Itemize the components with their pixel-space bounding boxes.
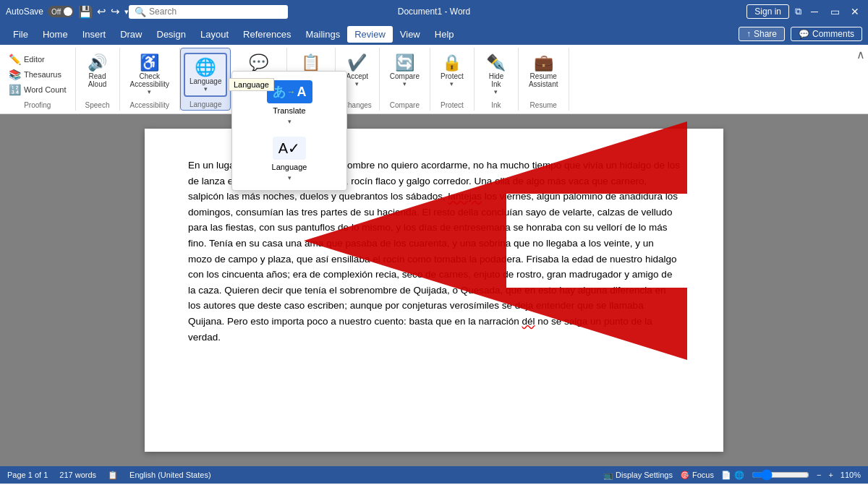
ribbon-collapse-button[interactable]: ∧ <box>856 48 865 61</box>
app-title: Document1 - Word <box>398 7 470 17</box>
status-right: 📺 Display Settings 🎯 Focus 📄 🌐 − + 110% <box>603 469 861 481</box>
spell-checked-word-1: lantejas <box>448 191 482 202</box>
title-bar-left: AutoSave Off 💾 ↩ ↪ ▾ <box>6 5 129 19</box>
compare-chevron: ▾ <box>403 80 407 87</box>
check-accessibility-button[interactable]: ♿ Check Accessibility ▾ <box>126 52 174 98</box>
hide-ink-button[interactable]: ✒️ Hide Ink ▾ <box>480 52 512 98</box>
word-count-info: 217 words <box>59 471 96 479</box>
protect-label: Protect <box>441 98 464 111</box>
language-tooltip: Language <box>229 78 274 91</box>
language-chevron: ▾ <box>204 85 208 93</box>
menu-view[interactable]: View <box>393 26 427 43</box>
ribbon-group-compare: 🔄 Compare ▾ Compare <box>380 48 430 111</box>
thesaurus-button[interactable]: 📚 Thesaurus <box>6 67 69 82</box>
compare-label: Compare <box>390 98 420 111</box>
undo-icon[interactable]: ↩ <box>97 5 106 18</box>
language-button[interactable]: 🌐 Language ▾ <box>184 53 228 97</box>
ribbon: ✏️ Editor 📚 Thesaurus 🔢 Word Count Proof… <box>0 45 868 114</box>
protect-icon: 🔒 <box>442 55 461 71</box>
language-pref-chevron: ▾ <box>288 174 292 181</box>
save-icon[interactable]: 💾 <box>78 5 93 19</box>
search-icon: 🔍 <box>135 7 146 17</box>
zoom-minus[interactable]: − <box>817 471 821 479</box>
menu-draw[interactable]: Draw <box>113 26 149 43</box>
title-bar-right: Sign in ⧉ ─ ▭ ✕ <box>746 4 862 19</box>
ribbon-group-ink: ✒️ Hide Ink ▾ Ink <box>475 48 519 111</box>
proofing-label: Proofing <box>24 98 51 111</box>
page-info: Page 1 of 1 <box>7 471 48 479</box>
print-view-icon[interactable]: 📄 <box>721 471 731 480</box>
editor-icon: ✏️ <box>9 53 21 65</box>
thesaurus-icon: 📚 <box>9 69 21 80</box>
autosave-toggle[interactable]: Off <box>48 6 74 17</box>
focus-button[interactable]: 🎯 Focus <box>680 471 714 480</box>
sign-in-button[interactable]: Sign in <box>746 4 789 19</box>
read-aloud-icon: 🔊 <box>88 55 107 71</box>
word-count-button[interactable]: 🔢 Word Count <box>6 82 69 97</box>
editor-button[interactable]: ✏️ Editor <box>6 52 69 66</box>
minimize-button[interactable]: ─ <box>807 4 822 19</box>
language-pref-label: Language <box>272 163 307 171</box>
display-settings-button[interactable]: 📺 Display Settings <box>603 471 673 480</box>
view-icons: 📄 🌐 <box>721 471 744 480</box>
zoom-slider[interactable] <box>752 469 809 481</box>
accessibility-chevron: ▾ <box>148 88 151 95</box>
ribbon-group-language: 🌐 Language ▾ Language <box>180 48 231 111</box>
language-pref-item[interactable]: A✓ Language ▾ <box>232 131 346 187</box>
menu-help[interactable]: Help <box>427 26 461 43</box>
menu-layout[interactable]: Layout <box>193 26 236 43</box>
web-view-icon[interactable]: 🌐 <box>734 471 744 480</box>
menu-insert[interactable]: Insert <box>75 26 114 43</box>
menu-review[interactable]: Review <box>347 26 393 43</box>
protect-button[interactable]: 🔒 Protect ▾ <box>436 52 468 90</box>
tracking-icon: 📋 <box>301 55 320 71</box>
resume-icon: 💼 <box>534 55 553 71</box>
ribbon-group-proofing: ✏️ Editor 📚 Thesaurus 🔢 Word Count Proof… <box>0 48 76 111</box>
resume-assistant-button[interactable]: 💼 Resume Assistant <box>524 52 563 91</box>
proofing-items: ✏️ Editor 📚 Thesaurus 🔢 Word Count <box>6 48 69 97</box>
autosave-label: AutoSave <box>6 7 43 17</box>
compare-button[interactable]: 🔄 Compare ▾ <box>386 52 424 90</box>
ink-buttons: ✒️ Hide Ink ▾ <box>480 48 512 98</box>
read-aloud-button[interactable]: 🔊 Read Aloud <box>82 52 114 91</box>
redo-icon[interactable]: ↪ <box>111 5 120 18</box>
menu-file[interactable]: File <box>6 26 35 43</box>
maximize-button[interactable]: ▭ <box>827 4 842 19</box>
translate-label: Translate <box>273 106 305 115</box>
resume-buttons: 💼 Resume Assistant <box>524 48 563 98</box>
share-button[interactable]: ↑ Share <box>739 27 785 41</box>
speech-label: Speech <box>85 98 110 111</box>
ink-label: Ink <box>491 98 501 111</box>
ribbon-group-protect: 🔒 Protect ▾ Protect <box>430 48 475 111</box>
ribbon-group-speech: 🔊 Read Aloud Speech <box>76 48 120 111</box>
translate-chevron: ▾ <box>288 118 292 125</box>
language-label: Language <box>190 98 222 110</box>
resume-label: Resume <box>530 98 557 111</box>
comments-ribbon-icon: 💬 <box>249 55 268 71</box>
restore-icon[interactable]: ⧉ <box>795 6 801 17</box>
menu-bar: File Home Insert Draw Design Layout Refe… <box>0 23 868 45</box>
language-buttons: 🌐 Language ▾ <box>184 48 228 98</box>
menu-references[interactable]: References <box>236 26 298 43</box>
close-button[interactable]: ✕ <box>848 4 862 19</box>
menu-home[interactable]: Home <box>35 26 75 43</box>
accept-icon: ✔️ <box>347 55 367 71</box>
language-pref-icon: A✓ <box>273 137 306 160</box>
spell-checked-word-2: dél <box>522 316 535 327</box>
compare-icon: 🔄 <box>395 55 414 71</box>
word-count-icon: 🔢 <box>9 84 21 95</box>
search-input[interactable] <box>149 7 279 17</box>
zoom-level[interactable]: 110% <box>841 471 861 479</box>
autosave-state: Off <box>51 8 61 16</box>
language-status[interactable]: English (United States) <box>129 471 211 479</box>
comments-button[interactable]: 💬 Comments <box>791 27 862 41</box>
toggle-knob <box>64 7 72 16</box>
menu-design[interactable]: Design <box>150 26 193 43</box>
language-icon: 🌐 <box>195 57 216 77</box>
menu-mailings[interactable]: Mailings <box>299 26 348 43</box>
zoom-plus[interactable]: + <box>828 471 833 479</box>
protect-buttons: 🔒 Protect ▾ <box>436 48 468 98</box>
ribbon-group-accessibility: ♿ Check Accessibility ▾ Accessibility <box>120 48 180 111</box>
accept-chevron: ▾ <box>355 80 359 87</box>
search-box: 🔍 <box>129 5 288 19</box>
